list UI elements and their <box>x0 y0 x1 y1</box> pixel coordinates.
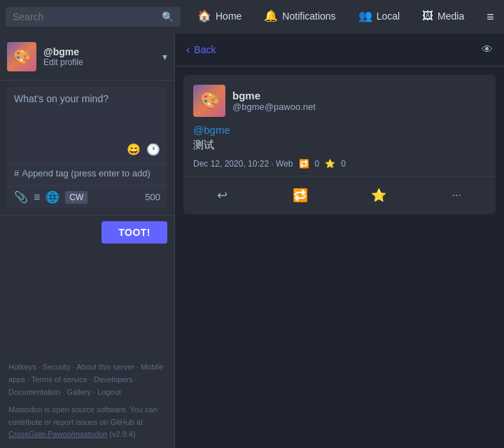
footer-gallery[interactable]: Gallery <box>66 388 91 396</box>
post-content: 测试 <box>193 139 486 152</box>
footer-logout[interactable]: Logout <box>97 388 121 396</box>
github-link[interactable]: CrossGate-Pawoo/mastodon <box>8 430 107 438</box>
nav-local-label: Local <box>377 10 400 22</box>
home-icon: 🏠 <box>197 9 211 22</box>
list-icon[interactable]: ≡ <box>34 191 40 204</box>
post-user-info: bgme @bgme@pawoo.net <box>232 90 316 112</box>
notifications-icon: 🔔 <box>264 9 278 22</box>
clock-icon[interactable]: 🕐 <box>146 143 160 156</box>
reply-button[interactable]: ↩ <box>183 181 262 210</box>
top-nav: 🔍 🏠 Home 🔔 Notifications 👥 Local 🖼 Media… <box>0 0 504 34</box>
globe-icon[interactable]: 🌐 <box>46 190 59 204</box>
back-button[interactable]: ‹ Back <box>186 43 216 56</box>
hash-icon: # <box>14 168 19 178</box>
left-sidebar: 🎨 @bgme Edit profile ▾ 😄 🕐 # Appen <box>0 34 175 448</box>
thread-header: ‹ Back 👁 <box>175 34 504 66</box>
media-icon: 🖼 <box>422 10 433 22</box>
post-fav-count: 0 <box>341 159 346 169</box>
nav-link-home[interactable]: 🏠 Home <box>186 0 253 34</box>
back-label: Back <box>194 44 216 55</box>
toot-button[interactable]: TOOT! <box>102 221 167 244</box>
cw-button[interactable]: CW <box>65 191 88 204</box>
post-datetime: Dec 12, 2020, 10:22 · Web <box>193 159 293 169</box>
compose-emoji-row: 😄 🕐 <box>14 143 160 156</box>
post-actions: ↩ 🔁 ⭐ ··· <box>183 176 496 214</box>
nav-links: 🏠 Home 🔔 Notifications 👥 Local 🖼 Media ≡ <box>186 0 504 34</box>
profile-bar[interactable]: 🎨 @bgme Edit profile ▾ <box>0 34 174 80</box>
tag-placeholder[interactable]: Append tag (press enter to add) <box>22 168 150 178</box>
eye-icon[interactable]: 👁 <box>482 43 493 56</box>
favourite-button[interactable]: ⭐ <box>340 181 418 210</box>
post-avatar[interactable]: 🎨 <box>193 85 225 117</box>
nav-link-local[interactable]: 👥 Local <box>347 0 411 34</box>
profile-info: @bgme Edit profile <box>43 46 162 67</box>
chevron-down-icon: ▾ <box>162 51 167 62</box>
attachment-icon[interactable]: 📎 <box>14 190 28 204</box>
search-input[interactable] <box>13 7 162 27</box>
footer-developers[interactable]: Developers <box>94 375 133 384</box>
post-meta: Dec 12, 2020, 10:22 · Web 🔁 0 ⭐ 0 <box>193 159 486 169</box>
profile-handle: @bgme <box>43 46 162 57</box>
compose-area: 😄 🕐 # Append tag (press enter to add) 📎 … <box>0 80 174 216</box>
post-display-name: bgme <box>232 90 316 102</box>
footer-about[interactable]: About this server <box>76 363 134 371</box>
post-boost-icon: 🔁 <box>299 159 309 169</box>
edit-profile-link[interactable]: Edit profile <box>43 57 162 67</box>
post-card: 🎨 bgme @bgme@pawoo.net @bgme 测试 Dec 12, … <box>183 75 496 214</box>
compose-tag-row: # Append tag (press enter to add) <box>7 163 167 183</box>
post-fav-icon: ⭐ <box>325 159 335 169</box>
nav-notifications-label: Notifications <box>282 10 335 22</box>
chevron-left-icon: ‹ <box>186 43 190 56</box>
footer-tos[interactable]: Terms of service <box>31 375 88 384</box>
post-body: @bgme 测试 Dec 12, 2020, 10:22 · Web 🔁 0 ⭐… <box>183 124 496 176</box>
footer-links: Hotkeys · Security · About this server ·… <box>8 361 166 398</box>
footer-hotkeys[interactable]: Hotkeys <box>8 363 36 371</box>
post-mention[interactable]: @bgme <box>193 124 486 136</box>
post-boost-count: 0 <box>315 159 320 169</box>
main-layout: 🎨 @bgme Edit profile ▾ 😄 🕐 # Appen <box>0 34 504 448</box>
nav-link-notifications[interactable]: 🔔 Notifications <box>253 0 346 34</box>
boost-button[interactable]: 🔁 <box>262 181 340 210</box>
search-area: 🔍 <box>6 7 181 27</box>
nav-home-label: Home <box>216 10 241 22</box>
footer-security[interactable]: Security <box>43 363 71 371</box>
search-icon: 🔍 <box>162 11 174 22</box>
post-header: 🎨 bgme @bgme@pawoo.net <box>183 75 496 124</box>
avatar: 🎨 <box>7 42 36 71</box>
compose-toolbar: 📎 ≡ 🌐 CW 500 <box>7 186 167 208</box>
nav-media-label: Media <box>438 10 464 22</box>
sidebar-footer: Hotkeys · Security · About this server ·… <box>0 350 174 448</box>
compose-textarea[interactable] <box>14 93 160 138</box>
compose-box: 😄 🕐 # Append tag (press enter to add) 📎 … <box>7 88 167 208</box>
right-content: ‹ Back 👁 🎨 bgme @bgme@pawoo.net @bgme 测试… <box>175 34 504 448</box>
char-count: 500 <box>145 192 160 202</box>
footer-docs[interactable]: Documentation <box>8 388 60 396</box>
emoji-icon[interactable]: 😄 <box>127 143 141 156</box>
nav-more-button[interactable]: ≡ <box>475 0 504 34</box>
about-text: Mastodon is open source software. You ca… <box>8 404 166 441</box>
local-icon: 👥 <box>358 9 372 22</box>
more-button[interactable]: ··· <box>418 182 496 209</box>
nav-link-media[interactable]: 🖼 Media <box>411 0 475 34</box>
toot-button-wrap: TOOT! <box>0 216 174 249</box>
post-handle[interactable]: @bgme@pawoo.net <box>232 102 316 112</box>
